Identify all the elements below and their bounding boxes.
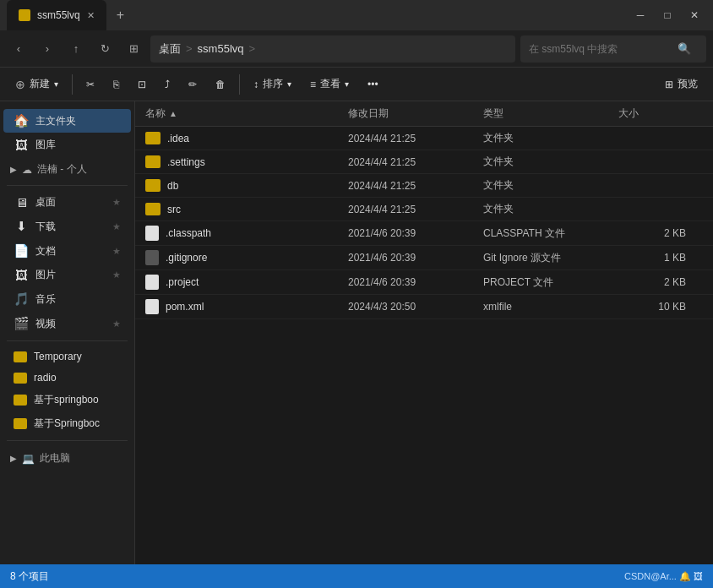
sidebar-desktop-label: 桌面 [35,195,106,210]
sort-button[interactable]: ↕ 排序 ▾ [245,73,300,95]
sidebar-item-gallery[interactable]: 🖼 图库 [3,133,131,156]
file-type-cell: xmlfile [483,301,618,313]
close-button[interactable]: ✕ [683,3,706,27]
toolbar: ⊕ 新建 ▾ ✂ ⎘ ⊡ ⤴ ✏ 🗑 ↕ 排序 ▾ ≡ 查看 ▾ ••• ⊞ 预… [0,68,713,101]
breadcrumb-sep1: > [186,42,193,55]
breadcrumb-folder[interactable]: ssm55lvq [198,42,244,55]
col-name-sort-icon: ▲ [169,109,177,118]
sidebar-pictures-label: 图片 [35,268,106,282]
sidebar-gallery-label: 图库 [35,138,121,152]
file-date-cell: 2024/4/3 20:50 [348,301,483,313]
paste-button[interactable]: ⊡ [129,74,155,95]
sidebar-group-computer[interactable]: ▶ 💻 此电脑 [0,446,134,469]
folder-icon [145,203,161,215]
search-input[interactable] [529,43,672,55]
sidebar: 🏠 主文件夹 🖼 图库 ▶ ☁ 浩楠 - 个人 🖥 桌面 ★ ⬇ 下载 ★ 📄 … [0,101,135,564]
col-type-header[interactable]: 类型 [483,106,618,121]
table-row[interactable]: .project 2021/4/6 20:39 PROJECT 文件 2 KB [135,270,713,295]
up-button[interactable]: ↑ [64,37,88,61]
table-row[interactable]: src 2024/4/4 21:25 文件夹 [135,198,713,221]
delete-button[interactable]: 🗑 [207,74,234,95]
preview-button[interactable]: ⊞ 预览 [656,73,706,95]
sidebar-group-haolan[interactable]: ▶ ☁ 浩楠 - 个人 [0,157,134,180]
new-label: 新建 [30,77,50,91]
back-button[interactable]: ‹ [7,37,30,61]
forward-button[interactable]: › [35,37,59,61]
springboot1-folder-icon [14,395,27,406]
sidebar-item-desktop[interactable]: 🖥 桌面 ★ [3,191,131,214]
table-row[interactable]: .gitignore 2021/4/6 20:39 Git Ignore 源文件… [135,246,713,270]
search-icon[interactable]: 🔍 [678,42,691,55]
file-date-cell: 2021/4/6 20:39 [348,227,483,239]
sidebar-item-videos[interactable]: 🎬 视频 ★ [3,312,131,335]
title-bar: ssm55lvq ✕ + ─ □ ✕ [0,0,713,30]
file-name-cell: .classpath [145,226,348,241]
sidebar-springboot1-label: 基于springboo [34,393,121,407]
file-icon [145,299,159,314]
table-row[interactable]: .classpath 2021/4/6 20:39 CLASSPATH 文件 2… [135,221,713,246]
file-name-label: .classpath [166,227,211,239]
file-type-cell: Git Ignore 源文件 [483,251,618,265]
view-label: 查看 [320,77,340,91]
sort-label: 排序 [263,77,283,91]
sidebar-item-music[interactable]: 🎵 音乐 [3,287,131,311]
breadcrumb[interactable]: 桌面 > ssm55lvq > [150,35,515,63]
sidebar-divider-2 [7,340,128,341]
table-row[interactable]: .settings 2024/4/4 21:25 文件夹 [135,150,713,174]
new-tab-button[interactable]: + [112,8,129,23]
copy-button[interactable]: ⎘ [105,74,128,95]
table-row[interactable]: db 2024/4/4 21:25 文件夹 [135,174,713,198]
view-button[interactable]: ≡ 查看 ▾ [302,73,357,95]
more-button[interactable]: ••• [359,74,387,95]
address-bar: ‹ › ↑ ↻ ⊞ 桌面 > ssm55lvq > 🔍 [0,30,713,68]
share-icon: ⤴ [165,79,170,90]
sidebar-item-springboot2[interactable]: 基于Springboc [3,412,131,435]
status-right: CSDN@Ar... 🔔 🖼 [624,571,703,582]
sidebar-item-downloads[interactable]: ⬇ 下载 ★ [3,215,131,238]
copy-icon: ⎘ [113,79,119,90]
breadcrumb-desktop[interactable]: 桌面 [159,41,181,57]
file-type-cell: 文件夹 [483,155,618,169]
layout-button[interactable]: ⊞ [122,37,145,61]
new-button[interactable]: ⊕ 新建 ▾ [7,73,67,95]
sidebar-item-pictures[interactable]: 🖼 图片 ★ [3,264,131,286]
active-tab[interactable]: ssm55lvq ✕ [7,0,106,30]
tab-close-button[interactable]: ✕ [87,10,95,21]
file-icon [145,275,159,290]
table-row[interactable]: pom.xml 2024/4/3 20:50 xmlfile 10 KB [135,295,713,319]
toolbar-sep-1 [72,74,73,95]
file-date-cell: 2021/4/6 20:39 [348,252,483,264]
share-button[interactable]: ⤴ [156,74,178,95]
sidebar-item-documents[interactable]: 📄 文档 ★ [3,239,131,263]
sidebar-item-temporary[interactable]: Temporary [3,346,131,367]
sidebar-item-radio[interactable]: radio [3,368,131,388]
folder-icon [145,179,161,192]
folder-icon [145,155,161,168]
table-row[interactable]: .idea 2024/4/4 21:25 文件夹 [135,127,713,150]
file-date-cell: 2024/4/4 21:25 [348,180,483,192]
view-icon: ≡ [310,79,316,90]
new-icon: ⊕ [15,78,25,91]
videos-icon: 🎬 [14,316,29,331]
sidebar-home-label: 主文件夹 [35,114,121,128]
col-size-header[interactable]: 大小 [618,106,686,121]
sidebar-haolan-icon: ☁ [22,164,32,176]
file-date-cell: 2024/4/4 21:25 [348,204,483,215]
minimize-button[interactable]: ─ [629,3,652,27]
search-box[interactable]: 🔍 [520,35,706,63]
file-name-label: db [167,180,178,192]
refresh-button[interactable]: ↻ [93,37,117,61]
rename-button[interactable]: ✏ [180,74,205,95]
more-icon: ••• [367,79,378,90]
sidebar-item-springboot1[interactable]: 基于springboo [3,389,131,411]
col-name-header[interactable]: 名称 ▲ [145,106,348,121]
radio-folder-icon [14,373,27,384]
sidebar-item-home[interactable]: 🏠 主文件夹 [3,109,131,133]
maximize-button[interactable]: □ [656,3,679,27]
file-size-cell: 1 KB [618,252,686,264]
cut-icon: ✂ [86,79,95,90]
sidebar-temporary-label: Temporary [34,351,121,362]
file-type-cell: PROJECT 文件 [483,275,618,290]
col-modified-header[interactable]: 修改日期 [348,106,483,121]
cut-button[interactable]: ✂ [78,74,103,95]
